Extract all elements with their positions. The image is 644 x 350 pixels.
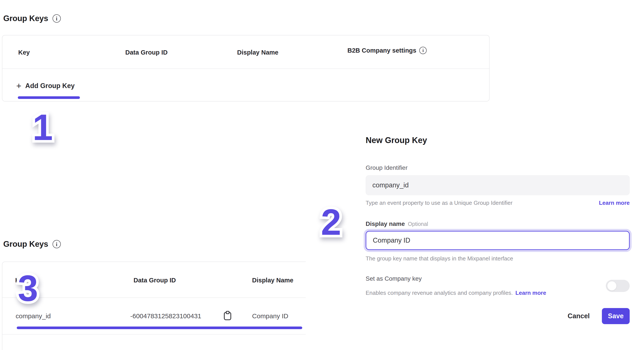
table-divider xyxy=(2,334,306,334)
add-group-key-button[interactable]: + Add Group Key xyxy=(16,82,75,90)
group-identifier-input[interactable] xyxy=(366,175,630,195)
info-icon[interactable]: i xyxy=(52,240,61,248)
page: Group Keys i Key Data Group ID Display N… xyxy=(0,0,644,350)
column-header-data-group-id: Data Group ID xyxy=(125,49,168,56)
group-keys-heading-bottom: Group Keys i xyxy=(3,240,61,249)
group-identifier-label: Group Identifier xyxy=(366,164,408,171)
company-key-helper: Enables company revenue analytics and co… xyxy=(366,290,513,296)
copy-icon[interactable] xyxy=(224,311,232,321)
row-key-cell: company_id xyxy=(16,312,51,320)
page-title: Group Keys xyxy=(3,240,48,249)
toggle-knob xyxy=(607,281,616,290)
display-name-helper: The group key name that displays in the … xyxy=(366,255,513,262)
dialog-title: New Group Key xyxy=(366,136,427,145)
display-name-input[interactable] xyxy=(366,231,630,250)
column-header-b2b-settings: B2B Company settings i xyxy=(348,47,427,54)
group-identifier-helper: Type an event property to use as a Uniqu… xyxy=(366,200,512,206)
company-key-label: Set as Company key xyxy=(366,275,422,282)
step3-highlight-bar xyxy=(17,326,302,329)
step-3-annotation: 3 3 xyxy=(18,270,38,306)
group-keys-heading-top: Group Keys i xyxy=(3,14,61,23)
learn-more-link[interactable]: Learn more xyxy=(516,290,546,296)
row-data-group-id-cell: -6004783125823100431 xyxy=(130,312,201,320)
column-header-key: Key xyxy=(18,49,30,56)
row-display-name-cell: Company ID xyxy=(252,312,288,320)
column-header-display-name: Display Name xyxy=(237,49,278,56)
column-header-data-group-id: Data Group ID xyxy=(134,277,176,284)
cancel-button[interactable]: Cancel xyxy=(568,312,590,320)
save-button[interactable]: Save xyxy=(602,308,630,324)
page-title: Group Keys xyxy=(3,14,48,23)
group-keys-table: Key Data Group ID Display Name B2B Compa… xyxy=(2,35,490,102)
step1-highlight-bar xyxy=(18,96,80,99)
learn-more-link[interactable]: Learn more xyxy=(599,200,630,206)
display-name-label: Display nameOptional xyxy=(366,220,428,227)
step-2-annotation: 2 2 xyxy=(321,204,341,240)
table-divider xyxy=(2,69,489,69)
add-group-key-label: Add Group Key xyxy=(25,82,74,90)
table-divider xyxy=(2,297,306,298)
column-header-display-name: Display Name xyxy=(252,277,293,284)
plus-icon: + xyxy=(16,82,21,90)
info-icon[interactable]: i xyxy=(52,14,61,23)
optional-tag: Optional xyxy=(408,221,428,227)
group-keys-table-populated: Key Data Group ID Display Name company_i… xyxy=(2,262,306,350)
info-icon[interactable]: i xyxy=(419,47,427,54)
step-1-annotation: 1 1 xyxy=(32,109,53,146)
